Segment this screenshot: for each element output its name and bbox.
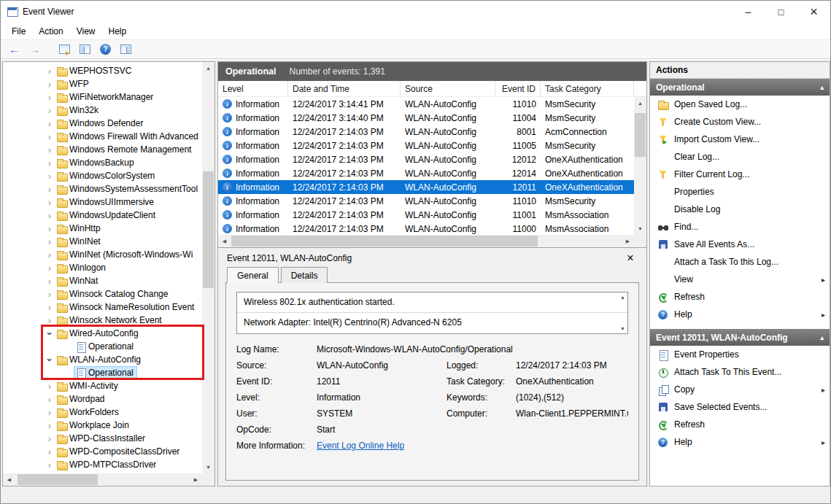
tree-item[interactable]: Windows Firewall With Advanced bbox=[3, 130, 202, 143]
event-row[interactable]: Information 12/24/2017 2:14:03 PM WLAN-A… bbox=[218, 180, 634, 194]
action-pane-icon[interactable] bbox=[117, 42, 135, 58]
tree-item[interactable]: Winsock Network Event bbox=[3, 314, 202, 327]
tree-item[interactable]: Win32k bbox=[3, 104, 202, 117]
chevron-icon[interactable] bbox=[44, 158, 55, 168]
tree-item[interactable]: Winsock NameResolution Event bbox=[3, 301, 202, 314]
chevron-icon[interactable] bbox=[44, 223, 55, 234]
event-log-online-help-link[interactable]: Event Log Online Help bbox=[317, 441, 404, 451]
tree-item[interactable]: WinINet (Microsoft-Windows-Wi bbox=[3, 248, 202, 261]
menu-item[interactable]: File bbox=[5, 24, 32, 39]
chevron-icon[interactable] bbox=[44, 105, 55, 116]
action-item[interactable]: Filter Current Log... bbox=[650, 166, 830, 183]
minimize-icon[interactable] bbox=[732, 1, 765, 23]
tree-horizontal-scrollbar[interactable] bbox=[3, 473, 202, 486]
action-item[interactable]: Event Properties bbox=[650, 346, 830, 363]
chevron-icon[interactable] bbox=[44, 302, 55, 313]
help-icon[interactable] bbox=[96, 42, 115, 58]
chevron-icon[interactable] bbox=[44, 407, 55, 418]
chevron-icon[interactable] bbox=[44, 381, 55, 392]
action-item[interactable]: Properties bbox=[650, 183, 830, 201]
event-row[interactable]: Information 12/24/2017 3:14:40 PM WLAN-A… bbox=[218, 111, 634, 125]
chevron-icon[interactable] bbox=[44, 446, 55, 457]
tree-item[interactable]: Operational bbox=[3, 366, 202, 379]
chevron-icon[interactable] bbox=[44, 276, 55, 287]
chevron-icon[interactable] bbox=[44, 420, 55, 431]
scroll-up-icon[interactable] bbox=[202, 62, 214, 74]
scroll-down-icon[interactable] bbox=[634, 222, 646, 235]
column-header-task-category[interactable]: Task Category bbox=[541, 81, 634, 96]
action-item[interactable]: Help bbox=[650, 306, 830, 323]
actions-section-header-operational[interactable]: Operational bbox=[650, 79, 830, 96]
tree-vertical-scrollbar[interactable] bbox=[202, 62, 214, 473]
chevron-icon[interactable] bbox=[44, 197, 55, 208]
event-row[interactable]: Information 12/24/2017 2:14:03 PM WLAN-A… bbox=[218, 152, 634, 166]
action-item[interactable]: Open Saved Log... bbox=[650, 96, 830, 113]
event-row[interactable]: Information 12/24/2017 2:14:03 PM WLAN-A… bbox=[218, 125, 634, 139]
action-item[interactable]: Disable Log bbox=[650, 201, 830, 218]
action-item[interactable]: Help bbox=[650, 433, 830, 451]
scroll-thumb[interactable] bbox=[635, 113, 646, 157]
action-item[interactable]: Refresh bbox=[650, 416, 830, 433]
tree-item[interactable]: WEPHOSTSVC bbox=[3, 64, 202, 77]
tree-item[interactable]: WindowsColorSystem bbox=[3, 169, 202, 182]
collapse-icon[interactable] bbox=[820, 84, 824, 91]
tree-item[interactable]: WindowsUpdateClient bbox=[3, 209, 202, 222]
scroll-down-icon[interactable] bbox=[202, 461, 214, 473]
column-header-event-id[interactable]: Event ID bbox=[495, 81, 541, 96]
actions-section-header-event[interactable]: Event 12011, WLAN-AutoConfig bbox=[650, 329, 830, 346]
tree-item[interactable]: WPD-CompositeClassDriver bbox=[3, 445, 202, 458]
action-item[interactable]: Attach Task To This Event... bbox=[650, 363, 830, 381]
column-header-source[interactable]: Source bbox=[401, 81, 495, 96]
chevron-icon[interactable] bbox=[44, 92, 55, 103]
chevron-icon[interactable] bbox=[44, 210, 55, 221]
chevron-icon[interactable] bbox=[44, 144, 55, 155]
scroll-right-icon[interactable] bbox=[190, 473, 202, 486]
scroll-left-icon[interactable] bbox=[3, 473, 15, 486]
list-horizontal-scrollbar[interactable] bbox=[218, 235, 634, 247]
chevron-icon[interactable] bbox=[44, 433, 55, 444]
tree-item[interactable]: Winsock Catalog Change bbox=[3, 287, 202, 301]
tree-item[interactable]: WinNat bbox=[3, 274, 202, 287]
chevron-icon[interactable] bbox=[44, 184, 55, 195]
chevron-icon[interactable] bbox=[44, 460, 55, 470]
chevron-icon[interactable] bbox=[44, 289, 55, 300]
action-item[interactable]: Refresh bbox=[650, 288, 830, 306]
maximize-icon[interactable] bbox=[765, 1, 797, 23]
chevron-icon[interactable] bbox=[44, 354, 55, 365]
chevron-icon[interactable] bbox=[44, 315, 55, 326]
action-item[interactable]: Attach a Task To this Log... bbox=[650, 253, 830, 271]
menu-item[interactable]: Action bbox=[32, 24, 69, 39]
tree-item[interactable]: WindowsSystemAssessmentTool bbox=[3, 182, 202, 195]
tree-item[interactable]: Wordpad bbox=[3, 392, 202, 406]
scroll-right-icon[interactable] bbox=[622, 235, 634, 247]
event-row[interactable]: Information 12/24/2017 2:14:03 PM WLAN-A… bbox=[218, 208, 634, 222]
forward-icon[interactable] bbox=[26, 42, 44, 58]
action-item[interactable]: Find... bbox=[650, 218, 830, 236]
chevron-icon[interactable] bbox=[44, 66, 55, 77]
column-header-date[interactable]: Date and Time bbox=[288, 81, 401, 96]
scroll-left-icon[interactable] bbox=[218, 235, 231, 247]
collapse-icon[interactable] bbox=[820, 334, 824, 341]
menu-item[interactable]: Help bbox=[102, 24, 134, 39]
tree-item[interactable]: WMI-Activity bbox=[3, 379, 202, 392]
event-row[interactable]: Information 12/24/2017 3:14:41 PM WLAN-A… bbox=[218, 97, 634, 111]
chevron-icon[interactable] bbox=[44, 394, 55, 405]
action-item[interactable]: Save All Events As... bbox=[650, 236, 830, 253]
tab[interactable]: General bbox=[227, 267, 279, 283]
tree-item[interactable]: WPD-ClassInstaller bbox=[3, 432, 202, 445]
action-item[interactable]: Clear Log... bbox=[650, 148, 830, 166]
event-row[interactable]: Information 12/24/2017 2:14:03 PM WLAN-A… bbox=[218, 222, 634, 235]
chevron-icon[interactable] bbox=[44, 118, 55, 129]
scroll-thumb[interactable] bbox=[203, 171, 214, 288]
event-row[interactable]: Information 12/24/2017 2:14:03 PM WLAN-A… bbox=[218, 194, 634, 208]
chevron-icon[interactable] bbox=[44, 79, 55, 90]
action-item[interactable]: Copy bbox=[650, 381, 830, 398]
scroll-thumb[interactable] bbox=[18, 474, 98, 485]
close-preview-icon[interactable] bbox=[623, 252, 638, 265]
tab[interactable]: Details bbox=[281, 267, 328, 283]
scroll-up-icon[interactable] bbox=[620, 295, 625, 300]
tree-item[interactable]: WindowsUIImmersive bbox=[3, 195, 202, 209]
event-row[interactable]: Information 12/24/2017 2:14:03 PM WLAN-A… bbox=[218, 166, 634, 180]
tree-item[interactable]: WiFiNetworkManager bbox=[3, 90, 202, 104]
chevron-icon[interactable] bbox=[44, 236, 55, 247]
